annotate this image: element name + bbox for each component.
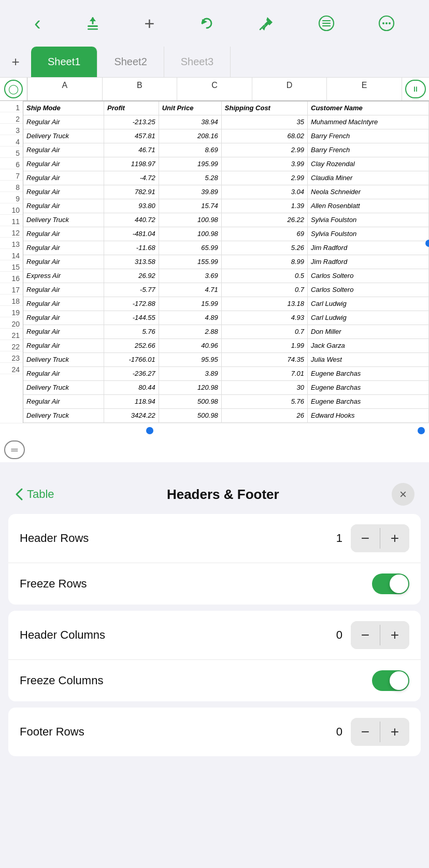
table-row[interactable]: Delivery Truck80.44120.9830Eugene Barcha… (23, 381, 429, 395)
table-cell[interactable]: -213.25 (104, 115, 159, 129)
table-cell[interactable]: 35 (221, 115, 307, 129)
table-cell[interactable]: 500.98 (159, 409, 221, 423)
table-cell[interactable]: 100.98 (159, 213, 221, 227)
col-header-B[interactable]: B (103, 78, 178, 100)
table-row[interactable]: Regular Air93.8015.741.39Allen Rosenblat… (23, 199, 429, 213)
data-table[interactable]: Ship Mode Profit Unit Price Shipping Cos… (23, 101, 429, 423)
header-columns-decrement[interactable]: − (351, 621, 380, 649)
table-cell[interactable]: 26 (221, 409, 307, 423)
freeze-indicator[interactable]: ⏸ (405, 80, 426, 98)
table-cell[interactable]: 500.98 (159, 395, 221, 409)
table-cell[interactable]: Sylvia Foulston (308, 227, 429, 241)
table-cell[interactable]: 208.16 (159, 129, 221, 143)
table-cell[interactable]: 440.72 (104, 213, 159, 227)
table-cell[interactable]: 15.74 (159, 199, 221, 213)
table-row[interactable]: Regular Air782.9139.893.04Neola Schneide… (23, 185, 429, 199)
table-cell[interactable]: Regular Air (23, 367, 104, 381)
table-row[interactable]: Regular Air46.718.692.99Barry French (23, 143, 429, 157)
table-cell[interactable]: -236.27 (104, 367, 159, 381)
pin-icon[interactable] (258, 15, 275, 32)
table-cell[interactable]: 8.69 (159, 143, 221, 157)
table-cell[interactable]: Carl Ludwig (308, 297, 429, 311)
table-cell[interactable]: 68.02 (221, 129, 307, 143)
table-cell[interactable]: Regular Air (23, 143, 104, 157)
table-cell[interactable]: Barry French (308, 143, 429, 157)
table-cell[interactable]: 74.35 (221, 353, 307, 367)
table-cell[interactable]: 30 (221, 381, 307, 395)
table-row[interactable]: Delivery Truck457.81208.1668.02Barry Fre… (23, 129, 429, 143)
table-cell[interactable]: 3.99 (221, 157, 307, 171)
table-cell[interactable]: Carl Ludwig (308, 311, 429, 325)
table-cell[interactable]: Barry French (308, 129, 429, 143)
table-row[interactable]: Regular Air252.6640.961.99Jack Garza (23, 339, 429, 353)
footer-rows-stepper[interactable]: − + (351, 718, 409, 746)
table-cell[interactable]: Regular Air (23, 157, 104, 171)
table-cell[interactable]: 5.28 (159, 171, 221, 185)
table-cell[interactable]: 15.99 (159, 297, 221, 311)
table-cell[interactable]: 5.76 (104, 325, 159, 339)
table-cell[interactable]: 120.98 (159, 381, 221, 395)
table-cell[interactable]: 1198.97 (104, 157, 159, 171)
table-cell[interactable]: Eugene Barchas (308, 367, 429, 381)
table-cell[interactable]: Regular Air (23, 297, 104, 311)
table-cell[interactable]: 3.89 (159, 367, 221, 381)
footer-rows-decrement[interactable]: − (351, 718, 380, 746)
col-header-A[interactable]: A (27, 78, 103, 100)
table-cell[interactable]: 4.89 (159, 311, 221, 325)
table-cell[interactable]: -172.88 (104, 297, 159, 311)
table-cell[interactable]: 3.04 (221, 185, 307, 199)
table-cell[interactable]: Eugene Barchas (308, 381, 429, 395)
table-cell[interactable]: 40.96 (159, 339, 221, 353)
table-cell[interactable]: -5.77 (104, 283, 159, 297)
table-row[interactable]: Regular Air5.762.880.7Don Miller (23, 325, 429, 339)
col-header-D[interactable]: D (252, 78, 327, 100)
table-cell[interactable]: Delivery Truck (23, 213, 104, 227)
table-cell[interactable]: 26.22 (221, 213, 307, 227)
table-cell[interactable]: 39.89 (159, 185, 221, 199)
freeze-columns-toggle[interactable] (372, 670, 409, 691)
table-cell[interactable]: -11.68 (104, 241, 159, 255)
table-cell[interactable]: 38.94 (159, 115, 221, 129)
table-cell[interactable]: 118.94 (104, 395, 159, 409)
table-cell[interactable]: 0.7 (221, 283, 307, 297)
table-row[interactable]: Regular Air1198.97195.993.99Clay Rozenda… (23, 157, 429, 171)
table-cell[interactable]: Eugene Barchas (308, 395, 429, 409)
table-cell[interactable]: 252.66 (104, 339, 159, 353)
table-row[interactable]: Regular Air-172.8815.9913.18Carl Ludwig (23, 297, 429, 311)
table-cell[interactable]: Regular Air (23, 185, 104, 199)
sheet-tab-3[interactable]: Sheet3 (164, 47, 231, 77)
table-cell[interactable]: Delivery Truck (23, 381, 104, 395)
table-cell[interactable]: Delivery Truck (23, 353, 104, 367)
header-columns-stepper[interactable]: − + (351, 621, 409, 649)
table-cell[interactable]: 80.44 (104, 381, 159, 395)
col-header-E[interactable]: E (327, 78, 402, 100)
table-cell[interactable]: Muhammed MacIntyre (308, 115, 429, 129)
table-cell[interactable]: Regular Air (23, 325, 104, 339)
table-row[interactable]: Regular Air118.94500.985.76Eugene Barcha… (23, 395, 429, 409)
table-cell[interactable]: 313.58 (104, 255, 159, 269)
table-cell[interactable]: Carlos Soltero (308, 283, 429, 297)
table-cell[interactable]: Regular Air (23, 283, 104, 297)
header-rows-stepper[interactable]: − + (351, 524, 409, 552)
table-cell[interactable]: 457.81 (104, 129, 159, 143)
table-cell[interactable]: Regular Air (23, 311, 104, 325)
table-row[interactable]: Regular Air-144.554.894.93Carl Ludwig (23, 311, 429, 325)
selection-handle[interactable] (425, 240, 429, 247)
table-cell[interactable]: 3424.22 (104, 409, 159, 423)
table-cell[interactable]: Edward Hooks (308, 409, 429, 423)
table-cell[interactable]: Don Miller (308, 325, 429, 339)
table-row[interactable]: Regular Air-5.774.710.7Carlos Soltero (23, 283, 429, 297)
table-cell[interactable]: Jim Radford (308, 255, 429, 269)
table-cell[interactable]: 93.80 (104, 199, 159, 213)
table-cell[interactable]: Carlos Soltero (308, 269, 429, 283)
table-row[interactable]: Regular Air-236.273.897.01Eugene Barchas (23, 367, 429, 381)
sheet-tab-2[interactable]: Sheet2 (97, 47, 164, 77)
formula-button[interactable]: ═ (4, 440, 25, 459)
table-cell[interactable]: 13.18 (221, 297, 307, 311)
scroll-handle-right[interactable] (418, 427, 425, 434)
table-cell[interactable]: Jack Garza (308, 339, 429, 353)
table-cell[interactable]: 782.91 (104, 185, 159, 199)
header-columns-increment[interactable]: + (380, 621, 409, 649)
table-cell[interactable]: -144.55 (104, 311, 159, 325)
table-cell[interactable]: 95.95 (159, 353, 221, 367)
